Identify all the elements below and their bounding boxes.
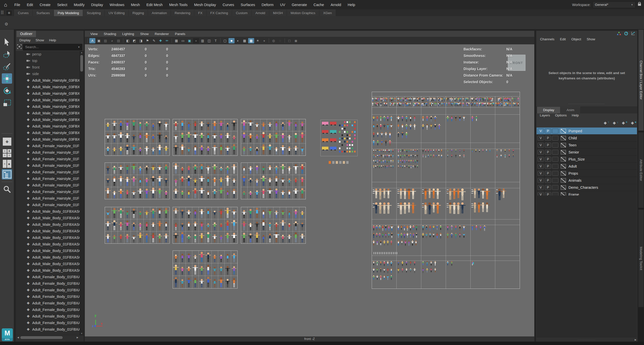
outliner-item-side[interactable]: side bbox=[16, 71, 84, 77]
layer-color-swatch[interactable] bbox=[561, 136, 566, 140]
outliner-menu-display[interactable]: Display bbox=[17, 38, 33, 42]
outliner-menu-help[interactable]: Help bbox=[47, 38, 59, 42]
layer-visibility-toggle[interactable]: V bbox=[538, 185, 544, 190]
layer-color-swatch[interactable] bbox=[561, 164, 566, 169]
layer-visibility-toggle[interactable]: V bbox=[538, 178, 544, 183]
layer-editor-tab-anim[interactable]: Anim bbox=[560, 107, 581, 113]
channel-box-menu-object[interactable]: Object bbox=[569, 37, 584, 41]
menu-mesh[interactable]: Mesh bbox=[128, 3, 143, 7]
layer-display-type-toggle[interactable] bbox=[552, 185, 558, 190]
lock-camera-icon[interactable]: ◩ bbox=[131, 38, 137, 43]
layer-color-swatch[interactable] bbox=[561, 143, 566, 147]
outliner-item[interactable]: ❖Adult_Male_Body_01FBXASC04 bbox=[16, 261, 84, 267]
layer-display-type-toggle[interactable] bbox=[552, 164, 558, 169]
outliner-item[interactable]: ❖Adult_Male_Body_01FBXASC04 bbox=[16, 208, 84, 215]
shelf-tab-surfaces[interactable]: Surfaces bbox=[33, 10, 54, 16]
layer-color-swatch[interactable] bbox=[561, 178, 566, 183]
workspace-select[interactable]: General* ▼ bbox=[593, 2, 635, 8]
menu-mesh-display[interactable]: Mesh Display bbox=[191, 3, 219, 7]
bookmark-icon[interactable]: ⚑ bbox=[144, 38, 150, 43]
layer-color-swatch[interactable] bbox=[561, 157, 566, 162]
layer-visibility-toggle[interactable]: V bbox=[538, 150, 544, 155]
rotate-tool[interactable] bbox=[2, 85, 12, 96]
shelf-tab-rigging[interactable]: Rigging bbox=[129, 10, 148, 16]
menu-uv[interactable]: UV bbox=[277, 3, 288, 7]
move-layer-down-icon[interactable]: ❖↓ bbox=[612, 121, 617, 125]
outliner-item[interactable]: ❖Adult_Male_Hairstyle_03FBXASC bbox=[16, 77, 84, 84]
shelf-tab-rendering[interactable]: Rendering bbox=[171, 10, 194, 16]
outliner-item[interactable]: ❖Adult_Female_Body_01FBXASC0 bbox=[16, 300, 84, 306]
outliner-item[interactable]: ❖Adult_Male_Body_01FBXASC04 bbox=[16, 254, 84, 261]
gear-icon[interactable]: ⚙ bbox=[5, 22, 8, 26]
layer-editor-tab-display[interactable]: Display bbox=[537, 107, 560, 113]
search-input[interactable]: Search... ▼ bbox=[23, 44, 82, 50]
outliner-item[interactable]: ❖Adult_Female_Body_01FBXASC0 bbox=[16, 293, 84, 300]
menu-cache[interactable]: Cache bbox=[310, 3, 327, 7]
lasso-select-tool[interactable] bbox=[2, 49, 12, 59]
right-panel-scrollbar[interactable]: .............▶ bbox=[537, 337, 637, 341]
layer-playback-toggle[interactable]: P bbox=[545, 185, 551, 190]
shelf-tab-xgen[interactable]: XGen bbox=[319, 10, 336, 16]
menu-edit-mesh[interactable]: Edit Mesh bbox=[143, 3, 166, 7]
viewport-menu-view[interactable]: View bbox=[87, 32, 101, 36]
layer-playback-toggle[interactable]: P bbox=[545, 164, 551, 169]
layer-editor-menu-options[interactable]: Options bbox=[553, 113, 570, 117]
outliner-item[interactable]: ❖Adult_Male_Body_01FBXASC04 bbox=[16, 221, 84, 228]
single-pane-layout[interactable]: ❖ bbox=[2, 136, 12, 147]
outliner-item[interactable]: ❖Adult_Male_Body_01FBXASC04 bbox=[16, 267, 84, 274]
outliner-item-persp[interactable]: persp bbox=[16, 51, 84, 57]
safe-title-icon[interactable]: T bbox=[213, 38, 219, 43]
shelf-grip-icon[interactable]: ●●●●●● bbox=[1, 10, 4, 16]
sidebar-tab-channel-box-layer-editor[interactable]: Channel Box / Layer Editor bbox=[638, 29, 644, 131]
outliner-item[interactable]: ❖Adult_Male_Hairstyle_03FBXASC bbox=[16, 84, 84, 90]
outliner-item[interactable]: ❖Adult_Female_Body_01FBXASC0 bbox=[16, 313, 84, 320]
four-pane-layout[interactable]: +❖++ bbox=[2, 148, 12, 158]
shelf-tab-animation[interactable]: Animation bbox=[148, 10, 171, 16]
safe-action-icon[interactable]: ◫ bbox=[206, 38, 212, 43]
channel-graph-icon[interactable] bbox=[631, 32, 635, 36]
scene-render[interactable] bbox=[85, 44, 534, 336]
viewport-canvas[interactable]: Verts:246045700Edges:484733700Faces:2408… bbox=[85, 44, 534, 336]
layer-color-swatch[interactable] bbox=[561, 129, 566, 133]
layer-row-pumped[interactable]: VPPumped bbox=[537, 128, 637, 135]
outliner-item[interactable]: ❖Adult_Male_Body_01FBXASC04 bbox=[16, 234, 84, 241]
layer-display-type-toggle[interactable] bbox=[552, 129, 558, 134]
outliner-item[interactable]: ❖Adult_Male_Hairstyle_03FBXASC bbox=[16, 90, 84, 97]
select-tool[interactable] bbox=[2, 37, 12, 47]
resolution-gate-icon[interactable]: ▣ bbox=[186, 38, 193, 43]
layer-playback-toggle[interactable]: P bbox=[545, 150, 551, 155]
menu-mesh-tools[interactable]: Mesh Tools bbox=[166, 3, 191, 7]
layer-row-animals[interactable]: VPAnimals bbox=[537, 177, 637, 184]
magnifier-icon[interactable] bbox=[2, 184, 12, 195]
layer-display-type-toggle[interactable] bbox=[552, 143, 558, 148]
layer-playback-toggle[interactable]: P bbox=[545, 157, 551, 162]
layer-row-props[interactable]: VPProps bbox=[537, 170, 637, 177]
shelf-tab-uv-editing[interactable]: UV Editing bbox=[105, 10, 129, 16]
menu-file[interactable]: File bbox=[11, 3, 23, 7]
shadows-icon[interactable]: ● bbox=[261, 38, 267, 43]
scroll-up-icon[interactable]: ▲ bbox=[80, 51, 84, 54]
outliner-item[interactable]: ❖Adult_Female_Hairstyle_01FBXA bbox=[16, 175, 84, 182]
viewport-menu-show[interactable]: Show bbox=[137, 32, 152, 36]
viewport-menu-lighting[interactable]: Lighting bbox=[119, 32, 137, 36]
wireframe-icon[interactable]: ▢ bbox=[222, 38, 228, 43]
outliner-item[interactable]: ❖Adult_Male_Hairstyle_03FBXASC bbox=[16, 103, 84, 110]
layer-row-adult[interactable]: VPAdult bbox=[537, 163, 637, 170]
channel-box-menu-edit[interactable]: Edit bbox=[557, 37, 569, 41]
shaded-mode-icon[interactable]: ■ bbox=[229, 38, 235, 43]
outliner-item-front[interactable]: front bbox=[16, 64, 84, 71]
channel-box-menu-channels[interactable]: Channels bbox=[537, 37, 557, 41]
shelf-tab-arnold[interactable]: Arnold bbox=[252, 10, 269, 16]
outliner-item[interactable]: ❖Adult_Female_Body_01FBXASC0 bbox=[16, 306, 84, 313]
scrollbar-handle[interactable] bbox=[20, 336, 63, 339]
menu-windows[interactable]: Windows bbox=[106, 3, 128, 7]
film-gate-icon[interactable]: ▭ bbox=[180, 38, 186, 43]
default-material-icon[interactable]: ◐ bbox=[235, 38, 241, 43]
layer-editor-menu-help[interactable]: Help bbox=[569, 113, 581, 117]
layer-display-type-toggle[interactable] bbox=[552, 171, 558, 176]
shelf-menu-button[interactable]: ▦ bbox=[6, 10, 12, 16]
two-pane-layout[interactable]: +◆ bbox=[2, 159, 12, 169]
layer-visibility-toggle[interactable]: V bbox=[538, 129, 544, 134]
shelf-tab-curves[interactable]: Curves bbox=[14, 10, 33, 16]
channel-box-menu-show[interactable]: Show bbox=[584, 37, 598, 41]
